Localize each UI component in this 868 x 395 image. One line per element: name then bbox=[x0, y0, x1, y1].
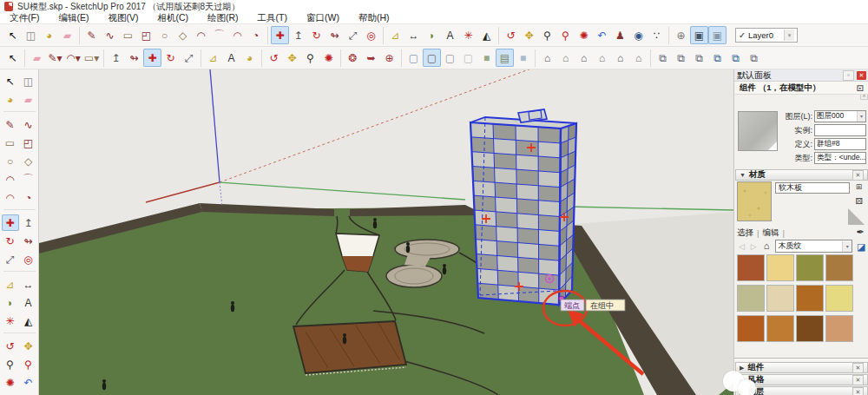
material-swatch[interactable] bbox=[737, 315, 765, 342]
view-back[interactable]: ⌂ bbox=[611, 49, 629, 67]
text-tool[interactable]: A bbox=[441, 26, 459, 44]
move-tool[interactable]: ✚ bbox=[143, 49, 161, 67]
push-pull-tool[interactable]: ↥ bbox=[289, 26, 307, 44]
pie-tool[interactable]: ◔ bbox=[247, 26, 265, 44]
follow-me-tool[interactable]: ↬ bbox=[125, 49, 143, 67]
eyedropper-icon[interactable]: ✒ bbox=[854, 226, 866, 238]
material-swatch[interactable] bbox=[796, 254, 824, 281]
position-texture-tool[interactable]: ❂ bbox=[344, 49, 362, 67]
axes-tool[interactable]: ✳ bbox=[2, 313, 19, 329]
rotate-tool[interactable]: ↻ bbox=[307, 26, 326, 44]
polygon-tool[interactable]: ◇ bbox=[174, 26, 192, 44]
materials-header[interactable]: ▼ 材质 ✕ bbox=[735, 169, 868, 181]
axes-tool[interactable]: ✳ bbox=[459, 26, 477, 44]
selected-building-group[interactable] bbox=[470, 109, 576, 305]
two-point-arc-tool[interactable]: ⌒ bbox=[20, 171, 37, 188]
menu-item[interactable]: 绘图(R) bbox=[198, 12, 248, 24]
make-component-tool[interactable]: ◫ bbox=[20, 73, 37, 89]
layer-combobox[interactable]: ✓ Layer0 ▾ bbox=[735, 28, 798, 43]
style-shaded-textures[interactable]: ▤ bbox=[496, 49, 514, 67]
orbit-tool[interactable]: ↺ bbox=[502, 26, 520, 44]
arc-tool[interactable]: ◠ bbox=[2, 171, 19, 188]
rotate-tool[interactable]: ↻ bbox=[161, 49, 180, 67]
close-icon[interactable]: ✕ bbox=[852, 170, 864, 181]
freehand-tool[interactable]: ∿ bbox=[20, 116, 37, 133]
dimension-tool[interactable]: ↔ bbox=[404, 26, 423, 44]
material-swatch[interactable] bbox=[796, 285, 824, 312]
pan-tool[interactable]: ✥ bbox=[520, 26, 538, 44]
rectangle-tool[interactable]: ▭ bbox=[119, 26, 137, 44]
menu-item[interactable]: 文件(F) bbox=[0, 12, 49, 24]
chevron-down-icon[interactable]: ▾ bbox=[865, 153, 866, 163]
zoom-tool[interactable]: ⚲ bbox=[2, 356, 19, 372]
forward-icon[interactable]: ▷ bbox=[749, 241, 759, 252]
zoom-extents-tool[interactable]: ✺ bbox=[575, 26, 593, 44]
push-pull-tool[interactable]: ↥ bbox=[107, 49, 125, 67]
material-swatch[interactable] bbox=[737, 254, 765, 281]
create-material-icon[interactable]: ⊞ bbox=[853, 181, 865, 192]
collapsed-section-bar[interactable]: ▶ 组件 ✕ bbox=[735, 362, 868, 373]
text-tool[interactable]: A bbox=[222, 49, 240, 67]
position-camera-tool[interactable]: ♟ bbox=[611, 26, 629, 44]
select-tool[interactable]: ↖ bbox=[3, 26, 22, 44]
menu-item[interactable]: 工具(T) bbox=[248, 12, 297, 24]
style-wireframe[interactable]: ▢ bbox=[441, 49, 459, 67]
rotate-tool[interactable]: ↻ bbox=[2, 233, 19, 249]
material-swatch[interactable] bbox=[825, 315, 853, 342]
paint-bucket-tool[interactable]: ◕ bbox=[240, 49, 259, 67]
material-swatch[interactable] bbox=[766, 285, 794, 312]
solid-trim[interactable]: ⧉ bbox=[727, 49, 745, 67]
move-tool[interactable]: ✚ bbox=[2, 214, 19, 231]
zoom-tool[interactable]: ⚲ bbox=[301, 49, 319, 67]
style-shaded[interactable]: ■ bbox=[477, 49, 496, 67]
two-point-arc-tool[interactable]: ⌒ bbox=[210, 26, 228, 44]
scale-tool[interactable]: ⤢ bbox=[344, 26, 362, 44]
chevron-down-icon[interactable]: ▾ bbox=[842, 241, 852, 252]
line-tool-menu[interactable]: ✎▾ bbox=[46, 49, 64, 67]
close-icon[interactable]: ✕ bbox=[852, 387, 864, 395]
circle-tool[interactable]: ○ bbox=[2, 153, 19, 169]
tape-measure-tool[interactable]: ⊿ bbox=[386, 26, 404, 44]
menu-item[interactable]: 相机(C) bbox=[148, 12, 198, 24]
text-tool[interactable]: A bbox=[20, 294, 37, 311]
close-icon[interactable]: ✕ bbox=[852, 375, 864, 385]
protractor-tool[interactable]: ◗ bbox=[2, 294, 19, 311]
previous-view-tool[interactable]: ↶ bbox=[593, 26, 611, 44]
freehand-tool[interactable]: ∿ bbox=[101, 26, 119, 44]
rotated-rectangle-tool[interactable]: ◰ bbox=[137, 26, 155, 44]
offset-tool[interactable]: ◎ bbox=[20, 251, 37, 267]
follow-me-tool[interactable]: ↬ bbox=[20, 233, 37, 249]
rectangle-tool-menu[interactable]: ▭▾ bbox=[82, 49, 101, 67]
previous-view-tool[interactable]: ↶ bbox=[20, 374, 37, 391]
solid-subtract[interactable]: ⧉ bbox=[708, 49, 727, 67]
set-default-material-icon[interactable]: ⚄ bbox=[853, 196, 865, 207]
scale-tool[interactable]: ⤢ bbox=[180, 49, 198, 67]
eraser-tool[interactable]: ▰ bbox=[20, 91, 37, 108]
solid-intersect[interactable]: ⧉ bbox=[672, 49, 690, 67]
home-icon[interactable]: ⌂ bbox=[761, 240, 773, 252]
make-component-tool[interactable]: ◫ bbox=[22, 26, 40, 44]
walk-tool[interactable]: ∵ bbox=[648, 26, 666, 44]
material-swatch[interactable] bbox=[825, 285, 853, 312]
entity-field-input[interactable] bbox=[814, 124, 866, 136]
material-category-combobox[interactable]: 木质纹 ▾ bbox=[775, 240, 853, 253]
viewport-canvas[interactable]: 端点 在组中 bbox=[39, 69, 733, 395]
orbit-tool[interactable]: ↺ bbox=[2, 338, 19, 354]
view-iso[interactable]: ⌂ bbox=[538, 49, 556, 67]
paint-bucket-tool[interactable]: ◕ bbox=[40, 26, 58, 44]
material-swatch[interactable] bbox=[737, 285, 765, 312]
entity-field-input[interactable]: 图层000 ▾ bbox=[814, 110, 866, 122]
view-top[interactable]: ⌂ bbox=[556, 49, 575, 67]
zoom-window-tool[interactable]: ⚲ bbox=[556, 26, 575, 44]
menu-item[interactable]: 编辑(E) bbox=[49, 12, 98, 24]
display-section-planes-toggle[interactable]: ▣ bbox=[690, 26, 708, 44]
secondary-pane-icon[interactable]: ◪ bbox=[855, 240, 867, 253]
pin-icon[interactable]: ▫ bbox=[843, 70, 854, 81]
circle-tool[interactable]: ○ bbox=[155, 26, 174, 44]
view-front[interactable]: ⌂ bbox=[575, 49, 593, 67]
close-icon[interactable]: ✕ bbox=[857, 71, 866, 80]
line-tool[interactable]: ✎ bbox=[2, 116, 19, 133]
three-point-arc-tool[interactable]: ◠ bbox=[2, 189, 19, 206]
solid-outer-shell[interactable]: ⧉ bbox=[654, 49, 672, 67]
menu-item[interactable]: 帮助(H) bbox=[349, 12, 399, 24]
